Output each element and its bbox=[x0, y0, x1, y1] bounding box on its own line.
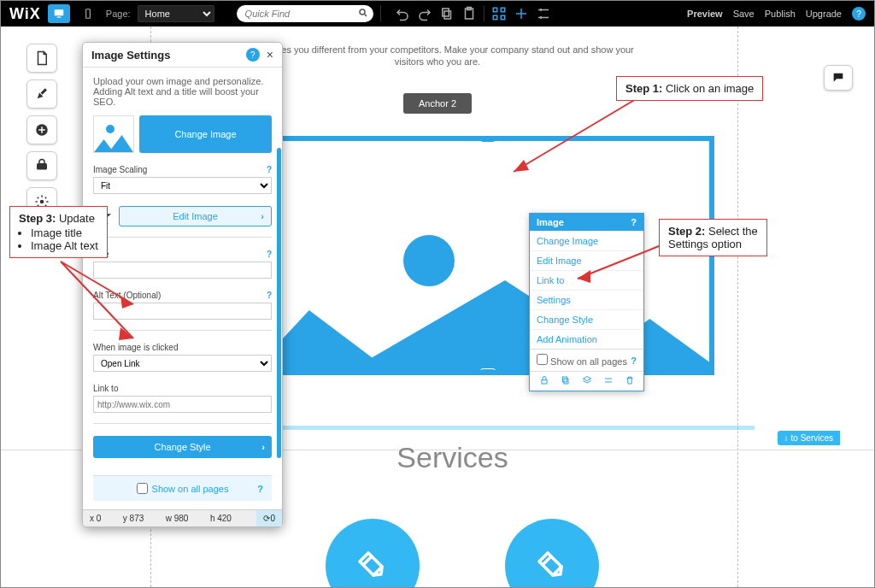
pages-tool-icon[interactable] bbox=[26, 44, 57, 73]
desktop-view-button[interactable] bbox=[48, 4, 70, 23]
change-style-button[interactable]: Change Style bbox=[93, 436, 272, 458]
close-icon[interactable]: × bbox=[267, 48, 273, 62]
resize-handle-bottom[interactable] bbox=[480, 368, 496, 375]
tool-rail bbox=[26, 44, 57, 216]
scrollbar[interactable] bbox=[277, 148, 281, 458]
svg-rect-10 bbox=[501, 8, 505, 12]
annotation-arrow-3b bbox=[52, 257, 146, 360]
panel-help-icon[interactable]: ? bbox=[246, 48, 260, 62]
snap-icon[interactable] bbox=[514, 6, 529, 21]
ctx-settings[interactable]: Settings bbox=[530, 290, 643, 309]
svg-rect-25 bbox=[564, 379, 568, 384]
status-h: h 420 bbox=[210, 514, 232, 523]
svg-marker-37 bbox=[119, 327, 133, 340]
mobile-view-button[interactable] bbox=[77, 4, 99, 23]
ctx-copy-icon[interactable] bbox=[561, 375, 571, 387]
copy-icon[interactable] bbox=[439, 6, 455, 21]
svg-rect-1 bbox=[57, 17, 62, 18]
ctx-layers-icon[interactable] bbox=[582, 375, 592, 387]
app-market-tool-icon[interactable] bbox=[26, 151, 57, 180]
annotation-step1: Step 1: Click on an image bbox=[616, 76, 763, 101]
design-tool-icon[interactable] bbox=[26, 79, 57, 109]
svg-marker-28 bbox=[109, 135, 133, 152]
status-x: x 0 bbox=[90, 514, 101, 523]
page-select[interactable]: Home bbox=[138, 5, 214, 22]
svg-line-4 bbox=[364, 15, 367, 17]
paste-icon[interactable] bbox=[461, 6, 477, 21]
undo-icon[interactable] bbox=[395, 6, 410, 21]
search-icon[interactable] bbox=[358, 8, 368, 21]
svg-rect-2 bbox=[86, 9, 91, 19]
ruler-icon[interactable] bbox=[491, 6, 507, 21]
feedback-button[interactable] bbox=[824, 65, 853, 91]
link-input[interactable] bbox=[93, 396, 272, 413]
svg-rect-6 bbox=[442, 9, 449, 16]
anchor-chip[interactable]: Anchor 2 bbox=[403, 93, 472, 114]
svg-marker-31 bbox=[514, 160, 529, 172]
svg-rect-5 bbox=[444, 11, 451, 19]
status-y: y 873 bbox=[123, 514, 144, 523]
scaling-help-icon[interactable]: ? bbox=[267, 165, 272, 174]
top-toolbar: WiX Page: Home Preview bbox=[1, 1, 874, 26]
ctx-show-checkbox[interactable] bbox=[537, 354, 548, 365]
alt-help-icon[interactable]: ? bbox=[267, 291, 272, 300]
help-icon[interactable]: ? bbox=[852, 7, 866, 21]
scaling-select[interactable]: Fit bbox=[93, 177, 272, 194]
svg-rect-26 bbox=[562, 377, 567, 382]
status-angle: ⟳ 0 bbox=[256, 510, 282, 526]
grid-icon[interactable] bbox=[536, 6, 551, 21]
annotation-arrow-1 bbox=[488, 86, 659, 189]
title-help-icon[interactable]: ? bbox=[267, 250, 272, 259]
to-services-anchor[interactable]: ↓to Services bbox=[778, 431, 840, 445]
status-bar: x 0 y 873 w 980 h 420 ⟳ 0 bbox=[83, 509, 282, 526]
svg-point-3 bbox=[360, 9, 365, 15]
service-icon-1[interactable] bbox=[326, 519, 420, 588]
ctx-change-style[interactable]: Change Style bbox=[530, 309, 643, 329]
context-menu-header: Image? bbox=[530, 214, 643, 231]
guide-right bbox=[737, 26, 738, 587]
page-label: Page: bbox=[106, 9, 131, 19]
ctx-show-on-all-pages[interactable]: Show on all pages ? bbox=[530, 349, 643, 371]
svg-marker-33 bbox=[578, 270, 590, 283]
preview-button[interactable]: Preview bbox=[687, 9, 723, 19]
svg-rect-12 bbox=[501, 15, 505, 20]
svg-line-36 bbox=[61, 262, 133, 338]
image-thumbnail bbox=[93, 115, 134, 153]
svg-rect-9 bbox=[493, 8, 497, 12]
ctx-add-animation[interactable]: Add Animation bbox=[530, 329, 643, 349]
publish-button[interactable]: Publish bbox=[765, 9, 796, 19]
show-on-all-pages-checkbox[interactable] bbox=[137, 483, 148, 494]
show-on-all-pages-row[interactable]: Show on all pages ? bbox=[93, 475, 272, 501]
status-w: w 980 bbox=[166, 514, 189, 523]
svg-rect-11 bbox=[493, 15, 497, 20]
panel-title: Image Settings bbox=[91, 49, 246, 62]
context-help-icon[interactable]: ? bbox=[631, 217, 637, 227]
svg-rect-20 bbox=[41, 88, 47, 94]
annotation-step3: Step 3: Update Image title Image Alt tex… bbox=[9, 206, 108, 258]
add-tool-icon[interactable] bbox=[26, 115, 57, 144]
svg-rect-22 bbox=[37, 163, 47, 170]
show-all-help-icon[interactable]: ? bbox=[257, 484, 263, 494]
redo-icon[interactable] bbox=[417, 6, 432, 21]
ctx-lock-icon[interactable] bbox=[539, 375, 549, 387]
link-label: Link to bbox=[93, 384, 118, 393]
edit-image-button[interactable]: Edit Image bbox=[119, 206, 272, 226]
svg-point-23 bbox=[40, 200, 44, 204]
annotation-step2: Step 2: Select theSettings option bbox=[659, 219, 767, 256]
upgrade-button[interactable]: Upgrade bbox=[806, 9, 842, 19]
svg-rect-24 bbox=[542, 380, 547, 385]
scaling-label: Image Scaling bbox=[93, 165, 147, 174]
change-image-button[interactable]: Change Image bbox=[139, 115, 272, 153]
svg-line-30 bbox=[514, 91, 650, 172]
brand-logo: WiX bbox=[9, 5, 41, 23]
service-icon-2[interactable] bbox=[505, 519, 599, 588]
panel-description: Upload your own image and personalize. A… bbox=[93, 76, 272, 107]
quick-find-input[interactable] bbox=[237, 5, 373, 22]
ctx-delete-icon[interactable] bbox=[625, 375, 635, 387]
ctx-arrange-icon[interactable] bbox=[603, 375, 614, 387]
save-button[interactable]: Save bbox=[733, 9, 755, 19]
svg-rect-0 bbox=[55, 9, 64, 15]
